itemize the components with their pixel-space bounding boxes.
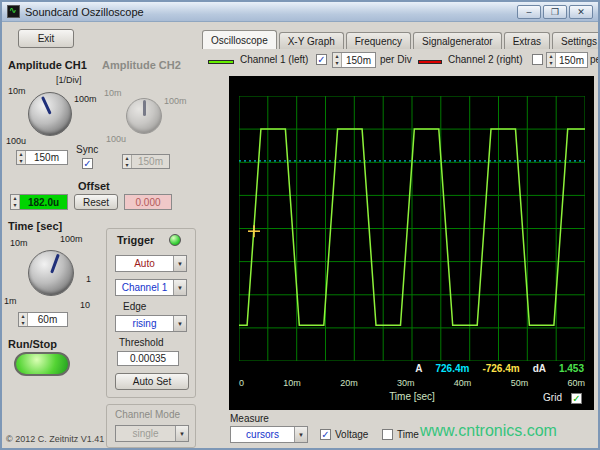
offset-ch1-value[interactable]: 182.0u	[20, 195, 67, 209]
minimize-button[interactable]: –	[517, 5, 541, 19]
channel1-checkbox[interactable]	[316, 54, 327, 65]
step-down-icon[interactable]	[17, 158, 25, 165]
x-tick: 60m	[567, 378, 585, 388]
tab-settings[interactable]: Settings	[552, 32, 600, 49]
tab-oscilloscope[interactable]: Oscilloscope	[202, 30, 277, 49]
step-up-icon[interactable]	[11, 195, 19, 202]
ch2-amplitude-value: 150m	[132, 155, 169, 168]
time-tick-10m: 10m	[10, 238, 28, 248]
ch2-tick-100m: 100m	[164, 96, 187, 106]
close-button[interactable]: ✕	[569, 5, 593, 19]
trigger-source-dropdown[interactable]: Channel 1	[115, 279, 187, 296]
stepper[interactable]	[19, 313, 28, 326]
channel1-perdiv-value[interactable]: 150m	[342, 53, 375, 67]
copyright-text: © 2012 C. Zeitnitz V1.41	[6, 434, 104, 444]
ch1-amplitude-value[interactable]: 150m	[26, 151, 67, 164]
dropdown-arrow-icon[interactable]	[173, 256, 186, 271]
time-tick-100m: 100m	[60, 234, 83, 244]
trigger-mode-value[interactable]: Auto	[116, 256, 173, 271]
trigger-edge-value[interactable]: rising	[116, 316, 173, 331]
threshold-value[interactable]: 0.00035	[118, 352, 178, 365]
tab-bar: Oscilloscope X-Y Graph Frequency Signalg…	[202, 30, 600, 49]
trigger-source-value[interactable]: Channel 1	[116, 280, 173, 295]
exit-button[interactable]: Exit	[18, 29, 74, 48]
step-up-icon[interactable]	[333, 53, 341, 60]
step-down-icon[interactable]	[547, 60, 555, 67]
step-down-icon[interactable]	[333, 60, 341, 67]
auto-set-button[interactable]: Auto Set	[115, 373, 189, 390]
tab-extras[interactable]: Extras	[504, 32, 550, 49]
stepper[interactable]	[333, 53, 342, 67]
stepper	[123, 155, 132, 168]
ch1-tick-10m: 10m	[8, 86, 26, 96]
voltage-checkbox[interactable]	[320, 429, 331, 440]
trigger-edge-dropdown[interactable]: rising	[115, 315, 187, 332]
window-title: Soundcard Oszilloscope	[25, 6, 144, 18]
step-down-icon[interactable]	[11, 202, 19, 209]
ch1-tick-100u: 100u	[6, 136, 26, 146]
stepper[interactable]	[547, 53, 556, 67]
x-tick: 0	[239, 378, 244, 388]
channel-bar: Channel 1 (left) 150m per Div Channel 2 …	[202, 50, 600, 76]
sync-checkbox[interactable]	[82, 158, 93, 169]
oscilloscope-display[interactable]: A 726.4m -726.4m dA 1.453 010m20m30m40m5…	[229, 76, 594, 410]
channel2-perdiv-value[interactable]: 150m	[556, 53, 587, 67]
time-knob[interactable]	[28, 250, 74, 296]
x-tick: 30m	[397, 378, 415, 388]
dropdown-arrow-icon[interactable]	[173, 280, 186, 295]
step-up-icon[interactable]	[17, 151, 25, 158]
title-bar: Soundcard Oszilloscope – ❐ ✕	[2, 2, 598, 22]
stepper[interactable]	[17, 151, 26, 164]
run-stop-button[interactable]	[14, 352, 70, 376]
time-field: 60m	[18, 312, 68, 327]
x-tick: 10m	[283, 378, 301, 388]
stepper[interactable]	[11, 195, 20, 209]
step-down-icon	[123, 162, 131, 169]
time-checkbox[interactable]	[382, 429, 393, 440]
step-up-icon[interactable]	[19, 313, 27, 320]
channel1-color-swatch	[208, 60, 234, 64]
channel2-checkbox[interactable]	[532, 54, 543, 65]
x-tick: 20m	[340, 378, 358, 388]
measure-mode-dropdown[interactable]: cursors	[230, 426, 308, 443]
time-measure-label: Time	[397, 429, 419, 440]
step-down-icon[interactable]	[19, 320, 27, 327]
threshold-input[interactable]: 0.00035	[117, 351, 179, 366]
trigger-mode-dropdown[interactable]: Auto	[115, 255, 187, 272]
grid-checkbox[interactable]	[571, 393, 582, 404]
time-value[interactable]: 60m	[28, 313, 67, 326]
time-tick-1m: 1m	[4, 296, 17, 306]
offset-reset-button[interactable]: Reset	[74, 194, 118, 210]
dropdown-arrow-icon[interactable]	[294, 427, 307, 442]
time-tick-10: 10	[80, 300, 90, 310]
per-div-unit-label: [1/Div]	[56, 75, 82, 85]
watermark-text: www.cntronics.com	[420, 422, 557, 440]
per-div-label-1: per Div	[380, 54, 412, 65]
knob-needle	[50, 253, 60, 273]
tab-frequency[interactable]: Frequency	[346, 32, 411, 49]
amplitude-ch1-knob[interactable]	[28, 92, 72, 136]
step-up-icon	[123, 155, 131, 162]
amplitude-ch2-title: Amplitude CH2	[102, 59, 181, 71]
scope-plot[interactable]	[239, 96, 585, 361]
grid-label: Grid	[543, 392, 562, 403]
time-title: Time [sec]	[8, 220, 62, 232]
dropdown-arrow-icon	[175, 426, 188, 441]
left-control-panel: Exit Amplitude CH1 Amplitude CH2 [1/Div]…	[2, 22, 200, 450]
cursor-readout: A 726.4m -726.4m dA 1.453	[415, 363, 584, 374]
app-icon	[7, 5, 20, 18]
maximize-button[interactable]: ❐	[543, 5, 567, 19]
cursor-da-value: 1.453	[559, 363, 584, 374]
tab-signalgenerator[interactable]: Signalgenerator	[413, 32, 502, 49]
dropdown-arrow-icon[interactable]	[173, 316, 186, 331]
trigger-title: Trigger	[117, 234, 154, 246]
measure-mode-value[interactable]: cursors	[231, 427, 294, 442]
offset-ch1-field: 182.0u	[10, 194, 68, 210]
edge-label: Edge	[123, 301, 146, 312]
step-up-icon[interactable]	[547, 53, 555, 60]
x-tick: 50m	[511, 378, 529, 388]
ch2-amplitude-field: 150m	[122, 154, 170, 169]
tab-xy-graph[interactable]: X-Y Graph	[279, 32, 344, 49]
x-axis-label: Time [sec]	[239, 391, 585, 402]
per-div-label-2: per Div	[590, 54, 600, 65]
